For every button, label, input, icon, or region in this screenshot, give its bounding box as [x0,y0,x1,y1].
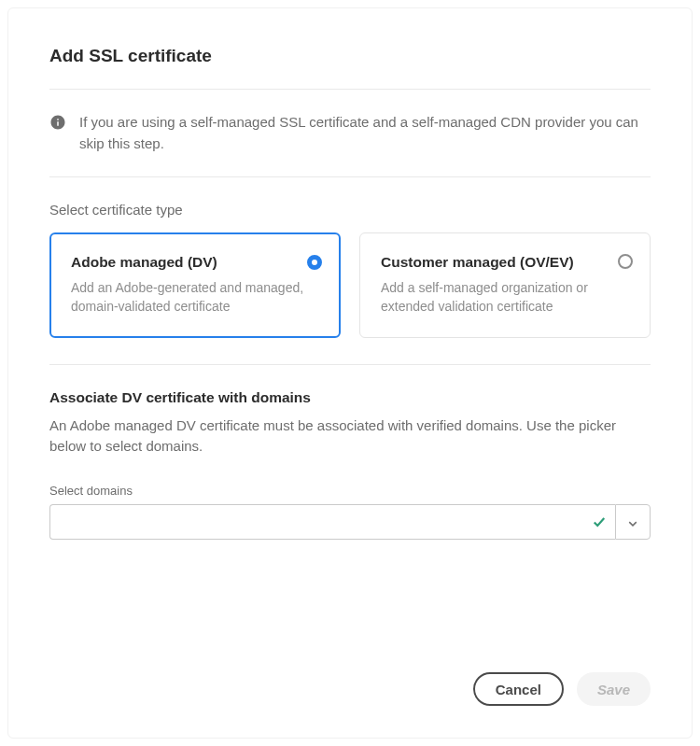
cert-option-adobe-managed[interactable]: Adobe managed (DV) Add an Adobe-generate… [49,232,341,338]
save-button[interactable]: Save [577,672,651,706]
associate-section-desc: An Adobe managed DV certificate must be … [49,415,651,457]
cert-type-label: Select certificate type [49,202,651,218]
cert-option-desc: Add a self-managed organization or exten… [381,278,631,317]
select-domains-label: Select domains [49,484,651,498]
cert-option-title: Adobe managed (DV) [71,254,321,271]
select-domains-toggle[interactable] [615,504,651,540]
chevron-down-icon [627,516,638,528]
info-banner: If you are using a self-managed SSL cert… [49,90,651,176]
associate-section-title: Associate DV certificate with domains [49,389,651,406]
checkmark-icon [593,515,606,528]
divider [49,364,651,365]
divider [49,176,651,177]
add-ssl-certificate-dialog: Add SSL certificate If you are using a s… [7,7,693,739]
select-domains-field[interactable] [49,504,651,540]
dialog-title: Add SSL certificate [49,46,651,66]
dialog-footer: Cancel Save [473,672,651,706]
info-icon [49,114,66,131]
radio-unchecked-icon [618,254,633,269]
cert-option-desc: Add an Adobe-generated and managed, doma… [71,278,321,317]
radio-checked-icon [307,255,322,270]
info-text: If you are using a self-managed SSL cert… [79,112,651,154]
cert-option-title: Customer managed (OV/EV) [381,254,631,271]
cert-option-customer-managed[interactable]: Customer managed (OV/EV) Add a self-mana… [359,232,651,338]
cert-type-options: Adobe managed (DV) Add an Adobe-generate… [49,232,651,338]
cancel-button[interactable]: Cancel [473,672,564,706]
select-domains-input[interactable] [49,504,615,540]
